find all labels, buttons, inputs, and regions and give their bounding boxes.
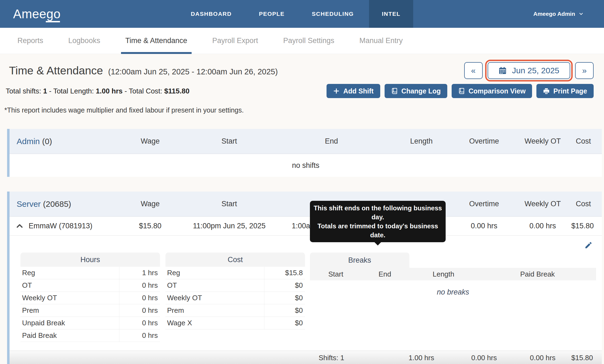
- add-shift-button[interactable]: Add Shift: [327, 84, 380, 98]
- hours-row-value: 1 hrs: [119, 267, 160, 279]
- table-row: Weekly OT 0 hrs: [20, 292, 160, 304]
- totals-line: Total shifts: 1 - Total Length: 1.00 hrs…: [6, 87, 189, 95]
- col-length: Length: [389, 137, 454, 145]
- col-overtime: Overtime: [454, 200, 514, 208]
- breaks-empty-row: no breaks: [310, 288, 596, 296]
- tooltip-line-2: Totals are trimmed to today's business d…: [312, 222, 443, 239]
- user-menu[interactable]: Ameego Admin: [533, 11, 584, 17]
- main-content: Time & Attendance (12:00am Jun 25, 2025 …: [0, 54, 604, 364]
- totals-length-label: - Total Length:: [49, 87, 94, 95]
- breaks-table: Breaks Start End Length Paid Break no br…: [310, 253, 596, 296]
- cost-row-label: Wage X: [165, 317, 264, 329]
- server-summary-row: Shifts: 1 1.00 hrs 0.00 hrs 0.00 hrs $15…: [10, 351, 602, 364]
- col-cost: Cost: [571, 200, 602, 208]
- table-row: Wage X $0: [165, 317, 305, 329]
- tab-logbooks[interactable]: Logbooks: [68, 28, 100, 54]
- tab-reports[interactable]: Reports: [17, 28, 43, 54]
- page: Ameego DASHBOARD PEOPLE SCHEDULING INTEL…: [0, 0, 604, 364]
- summary-shifts: Shifts: 1: [274, 354, 389, 362]
- collapse-row-button[interactable]: [16, 222, 24, 230]
- cost-row-value: $15.8: [264, 267, 305, 279]
- cost-row-label: OT: [165, 279, 264, 292]
- comparison-view-button[interactable]: Comparison View: [452, 84, 532, 98]
- calendar-icon: [499, 66, 507, 75]
- business-day-tooltip: This shift ends on the following busines…: [310, 201, 446, 242]
- shift-wage: $15.80: [116, 222, 184, 230]
- col-cost: Cost: [571, 137, 602, 145]
- nav-scheduling[interactable]: SCHEDULING: [312, 11, 354, 17]
- change-log-button[interactable]: Change Log: [385, 84, 447, 98]
- server-section-title: Server (20685): [10, 199, 116, 209]
- hours-row-label: Weekly OT: [20, 292, 119, 304]
- admin-empty-row: no shifts: [10, 154, 602, 177]
- toolbar: Add Shift Change Log Comparison View: [327, 84, 594, 98]
- comparison-view-label: Comparison View: [469, 87, 526, 95]
- plus-icon: [333, 88, 340, 94]
- print-page-button[interactable]: Print Page: [536, 84, 594, 98]
- tab-payroll-export[interactable]: Payroll Export: [212, 28, 258, 54]
- hours-table: Hours Reg 1 hrs OT 0 hrs Weekly OT 0 hrs: [20, 253, 160, 342]
- nav-intel[interactable]: INTEL: [369, 0, 413, 28]
- tab-payroll-settings[interactable]: Payroll Settings: [283, 28, 334, 54]
- detail-tables: Hours Reg 1 hrs OT 0 hrs Weekly OT 0 hrs: [20, 253, 602, 342]
- hours-row-label: Reg: [20, 267, 119, 279]
- shift-cost: $15.80: [571, 222, 604, 230]
- col-overtime: Overtime: [454, 137, 514, 145]
- tooltip-line-1: This shift ends on the following busines…: [312, 204, 443, 222]
- hours-row-label: Unpaid Break: [20, 317, 119, 329]
- cost-table: Cost Reg $15.8 OT $0 Weekly OT $0: [165, 253, 305, 329]
- hours-row-value: 0 hrs: [119, 304, 160, 317]
- tab-time-attendance[interactable]: Time & Attendance: [125, 28, 187, 54]
- shift-overtime: 0.00 hrs: [454, 222, 514, 230]
- totals-cost-value: $115.80: [164, 87, 190, 95]
- hours-row-label: Paid Break: [20, 329, 119, 342]
- table-row: Reg 1 hrs: [20, 267, 160, 279]
- breaks-table-header: Start End Length Paid Break: [310, 268, 596, 280]
- admin-section: Admin (0) Wage Start End Length Overtime…: [7, 129, 602, 177]
- cost-row-label: Prem: [165, 304, 264, 317]
- top-nav: Ameego DASHBOARD PEOPLE SCHEDULING INTEL…: [0, 0, 604, 28]
- breaks-col-paid-break: Paid Break: [479, 270, 596, 278]
- totals-length-value: 1.00 hrs: [96, 87, 123, 95]
- nav-dashboard[interactable]: DASHBOARD: [191, 11, 232, 17]
- col-wage: Wage: [116, 137, 184, 145]
- table-row: Paid Break 0 hrs: [20, 329, 160, 342]
- totals-shifts-label: Total shifts:: [6, 87, 41, 95]
- header-row: Time & Attendance (12:00am Jun 25, 2025 …: [9, 62, 594, 79]
- employee-name: EmmaW (7081913): [29, 222, 92, 230]
- hours-row-label: OT: [20, 279, 119, 292]
- shift-row: EmmaW (7081913) $15.80 11:00pm Jun 25, 2…: [10, 217, 602, 236]
- prev-day-button[interactable]: «: [464, 62, 483, 79]
- page-title: Time & Attendance: [9, 64, 103, 77]
- summary-weekly-ot: 0.00 hrs: [514, 354, 571, 362]
- admin-section-count: (0): [42, 137, 52, 146]
- col-start: Start: [184, 137, 274, 145]
- admin-section-link[interactable]: Admin: [17, 137, 40, 146]
- app-logo[interactable]: Ameego: [13, 7, 61, 21]
- cost-row-label: Weekly OT: [165, 292, 264, 304]
- hours-row-value: 0 hrs: [119, 329, 160, 342]
- col-start: Start: [184, 200, 274, 208]
- edit-shift-button[interactable]: [584, 241, 593, 249]
- hours-row-label: Prem: [20, 304, 119, 317]
- cost-row-value: $0: [264, 317, 305, 329]
- printer-icon: [543, 88, 550, 95]
- cost-row-label: Reg: [165, 267, 264, 279]
- next-day-button[interactable]: »: [575, 62, 594, 79]
- hours-row-value: 0 hrs: [119, 292, 160, 304]
- nav-people[interactable]: PEOPLE: [259, 11, 285, 17]
- table-row: OT 0 hrs: [20, 279, 160, 292]
- date-range: (12:00am Jun 25, 2025 - 12:00am Jun 26, …: [108, 67, 278, 76]
- date-button-label: Jun 25, 2025: [512, 66, 559, 75]
- table-row: Reg $15.8: [165, 267, 305, 279]
- book-icon: [391, 88, 398, 95]
- chevron-up-icon: [16, 222, 24, 230]
- tab-manual-entry[interactable]: Manual Entry: [359, 28, 403, 54]
- date-button[interactable]: Jun 25, 2025: [488, 62, 570, 79]
- server-section-header: Server (20685) Wage Start End Length Ove…: [10, 192, 602, 217]
- server-section-count: (20685): [43, 199, 71, 208]
- page-heading: Time & Attendance (12:00am Jun 25, 2025 …: [9, 64, 278, 77]
- server-section-link[interactable]: Server: [17, 199, 41, 208]
- chevron-down-icon: [578, 11, 584, 17]
- server-section: This shift ends on the following busines…: [7, 192, 602, 364]
